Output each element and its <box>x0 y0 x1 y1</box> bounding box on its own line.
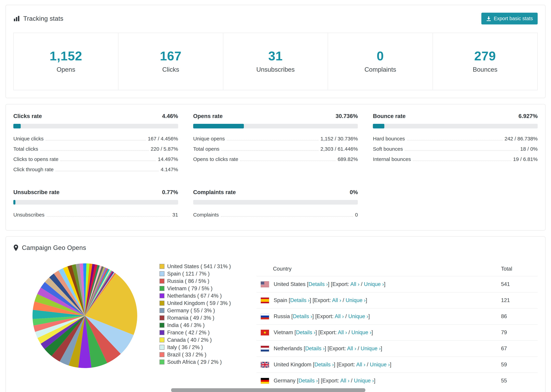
legend-label: Romania ( 49 / 3% ) <box>167 315 214 321</box>
rate-percent: 4.46% <box>162 113 178 119</box>
export-label: Export: <box>317 313 333 319</box>
rate-stat-label: Soft bounces <box>373 146 403 152</box>
export-unique-link[interactable]: Unique › <box>352 329 372 335</box>
details-link[interactable]: Details › <box>309 281 328 287</box>
details-link[interactable]: Details › <box>305 345 325 351</box>
rate-stat-row: Clicks to opens rate 14.497% <box>13 154 178 164</box>
geo-pie-chart[interactable] <box>32 263 138 369</box>
dotted-leader <box>221 216 353 217</box>
tracking-stats-header: Tracking stats Export basic stats <box>13 13 538 24</box>
legend-label: Vietnam ( 79 / 5% ) <box>167 286 212 292</box>
rate-block: Clicks rate 4.46% Unique clicks 167 / 4.… <box>13 113 178 175</box>
details-link[interactable]: Details › <box>296 329 316 335</box>
tracking-stats-title: Tracking stats <box>23 15 64 22</box>
export-basic-stats-button[interactable]: Export basic stats <box>481 13 538 24</box>
export-unique-link[interactable]: Unique › <box>361 345 381 351</box>
rate-stat-row: Unique opens 1,152 / 30.736% <box>193 133 358 144</box>
dotted-leader <box>227 140 318 140</box>
legend-item[interactable]: Romania ( 49 / 3% ) <box>160 314 231 322</box>
legend-swatch <box>160 352 164 357</box>
legend-label: Spain ( 121 / 7% ) <box>167 271 210 277</box>
rate-stat-row: Soft bounces 18 / 0% <box>373 144 538 154</box>
details-link[interactable]: Details › <box>293 313 312 319</box>
legend-label: United States ( 541 / 31% ) <box>167 263 231 270</box>
legend-swatch <box>160 359 164 364</box>
export-all-link[interactable]: All › <box>350 281 359 287</box>
details-link[interactable]: Details › <box>290 297 310 303</box>
export-all-link[interactable]: All › <box>332 297 341 303</box>
country-total: 121 <box>501 297 534 303</box>
legend-item[interactable]: Netherlands ( 67 / 4% ) <box>160 292 231 300</box>
export-all-link[interactable]: All › <box>335 313 344 319</box>
progress-bar-fill <box>193 124 244 128</box>
legend-item[interactable]: Spain ( 121 / 7% ) <box>160 270 231 277</box>
legend-item[interactable]: France ( 42 / 2% ) <box>160 329 231 336</box>
export-all-link[interactable]: All › <box>340 378 349 384</box>
rate-percent: 6.927% <box>518 113 538 119</box>
stat-value: 167 <box>120 49 221 63</box>
rate-stat-value: 167 / 4.456% <box>148 136 178 142</box>
rate-stat-value: 4.147% <box>161 167 178 172</box>
country-total: 59 <box>501 362 534 368</box>
export-unique-link[interactable]: Unique › <box>348 313 368 319</box>
stat-box-bounces: 279 Bounces <box>433 33 538 90</box>
legend-swatch <box>160 345 164 350</box>
legend-item[interactable]: Italy ( 36 / 2% ) <box>160 343 231 351</box>
country-column-header: Country <box>273 266 292 272</box>
horizontal-scrollbar-thumb[interactable] <box>171 388 365 392</box>
legend-item[interactable]: South Africa ( 29 / 2% ) <box>160 358 231 366</box>
flag-gb-icon <box>261 362 269 368</box>
geo-table-header: Country Total <box>256 262 538 276</box>
rate-stat-value: 31 <box>172 212 178 218</box>
flag-vn-icon <box>261 329 269 336</box>
country-name: Spain <box>274 297 287 303</box>
progress-bar <box>373 124 538 128</box>
rate-stat-row: Unique clicks 167 / 4.456% <box>13 133 178 144</box>
rate-stat-value: 14.497% <box>158 156 178 162</box>
progress-bar-fill <box>13 124 21 128</box>
rate-stat-label: Clicks to opens rate <box>13 156 58 162</box>
stat-box-clicks: 167 Clicks <box>118 33 223 90</box>
export-unique-link[interactable]: Unique › <box>364 281 384 287</box>
export-label: Export: <box>329 345 346 351</box>
rate-stat-label: Total clicks <box>13 146 38 152</box>
rate-stat-label: Unique opens <box>193 136 225 142</box>
details-link[interactable]: Details › <box>314 362 334 368</box>
stat-box-complaints: 0 Complaints <box>328 33 433 90</box>
rates-grid: Clicks rate 4.46% Unique clicks 167 / 4.… <box>13 112 538 223</box>
export-all-link[interactable]: All › <box>347 345 356 351</box>
export-all-link[interactable]: All › <box>356 362 365 368</box>
stat-box-unsubscribes: 31 Unsubscribes <box>223 33 328 90</box>
legend-label: Germany ( 55 / 3% ) <box>167 308 215 314</box>
flag-us-icon <box>261 281 269 287</box>
rate-stat-row: Complaints 0 <box>193 210 358 220</box>
export-unique-link[interactable]: Unique › <box>346 297 366 303</box>
pie-svg[interactable] <box>32 263 138 369</box>
legend-item[interactable]: United Kingdom ( 59 / 3% ) <box>160 300 231 307</box>
rate-stat-value: 2,303 / 61.446% <box>320 146 358 152</box>
legend-item[interactable]: India ( 46 / 3% ) <box>160 322 231 329</box>
dotted-leader <box>46 140 146 140</box>
dotted-leader <box>40 150 148 151</box>
export-label: Export: <box>338 362 355 368</box>
dotted-leader <box>240 161 336 161</box>
legend-item[interactable]: United States ( 541 / 31% ) <box>160 263 231 270</box>
flag-de-icon <box>261 378 269 384</box>
legend-label: Canada ( 40 / 2% ) <box>167 337 212 343</box>
rate-stat-label: Hard bounces <box>373 136 405 142</box>
legend-item[interactable]: Vietnam ( 79 / 5% ) <box>160 285 231 292</box>
country-name: Netherlands <box>274 345 302 351</box>
pie-legend: United States ( 541 / 31% ) Spain ( 121 … <box>160 263 231 366</box>
legend-item[interactable]: Russia ( 86 / 5% ) <box>160 277 231 285</box>
legend-item[interactable]: Brazil ( 33 / 2% ) <box>160 351 231 358</box>
export-unique-link[interactable]: Unique › <box>370 362 390 368</box>
geo-table-row: United Kingdom [Details ›] [Export: All … <box>256 357 538 372</box>
geo-table-row: Netherlands [Details ›] [Export: All › /… <box>256 340 538 357</box>
country-total: 86 <box>501 313 534 320</box>
legend-item[interactable]: Germany ( 55 / 3% ) <box>160 307 231 314</box>
export-label: Export: <box>332 281 349 287</box>
export-all-link[interactable]: All › <box>338 329 347 335</box>
details-link[interactable]: Details › <box>298 378 318 384</box>
legend-item[interactable]: Canada ( 40 / 2% ) <box>160 336 231 343</box>
export-unique-link[interactable]: Unique › <box>354 378 374 384</box>
